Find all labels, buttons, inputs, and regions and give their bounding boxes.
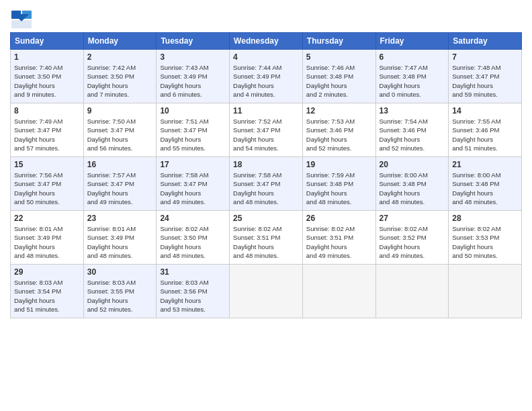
day-info: Sunrise: 7:48 AMSunset: 3:47 PMDaylight … — [452, 63, 518, 99]
logo-icon — [10, 9, 33, 30]
day-number: 3 — [160, 52, 226, 62]
sunset: Sunset: 3:53 PM — [452, 233, 518, 242]
day-info: Sunrise: 7:59 AMSunset: 3:48 PMDaylight … — [306, 171, 372, 206]
calendar-cell: 15Sunrise: 7:56 AMSunset: 3:47 PMDayligh… — [11, 157, 84, 211]
sunrise: Sunrise: 7:58 AM — [160, 171, 226, 179]
calendar-cell: 5Sunrise: 7:46 AMSunset: 3:48 PMDaylight… — [302, 50, 375, 103]
day-info: Sunrise: 7:51 AMSunset: 3:47 PMDaylight … — [160, 117, 226, 152]
day-info: Sunrise: 8:03 AMSunset: 3:54 PMDaylight … — [14, 278, 80, 314]
sunset: Sunset: 3:47 PM — [160, 179, 226, 188]
sunrise: Sunrise: 7:54 AM — [380, 117, 445, 126]
sunrise: Sunrise: 7:53 AM — [306, 117, 372, 126]
sunrise: Sunrise: 8:02 AM — [380, 224, 445, 233]
daylight: Daylight hours — [14, 81, 80, 90]
day-number: 23 — [87, 214, 153, 223]
daylight: Daylight hours — [14, 296, 80, 305]
calendar-header-saturday: Saturday — [449, 33, 522, 50]
daylight: Daylight hours — [306, 242, 372, 251]
day-number: 20 — [380, 160, 445, 169]
day-number: 4 — [233, 52, 299, 62]
daylight: Daylight hours — [452, 189, 518, 197]
daylight: Daylight hours — [14, 135, 80, 144]
calendar-cell — [449, 265, 522, 318]
sunset: Sunset: 3:49 PM — [233, 72, 299, 81]
sunrise: Sunrise: 8:02 AM — [306, 224, 372, 233]
calendar-header-thursday: Thursday — [302, 33, 375, 50]
sunset: Sunset: 3:47 PM — [87, 126, 153, 134]
daylight-and-minutes: and 57 minutes. — [14, 144, 80, 152]
sunset: Sunset: 3:47 PM — [160, 126, 226, 134]
sunrise: Sunrise: 7:58 AM — [233, 171, 299, 179]
sunrise: Sunrise: 8:01 AM — [87, 224, 153, 233]
calendar-cell: 28Sunrise: 8:02 AMSunset: 3:53 PMDayligh… — [449, 211, 522, 265]
calendar-cell: 1Sunrise: 7:40 AMSunset: 3:50 PMDaylight… — [11, 50, 84, 103]
daylight: Daylight hours — [160, 189, 226, 197]
daylight-and-minutes: and 48 minutes. — [306, 197, 372, 206]
daylight: Daylight hours — [306, 135, 372, 144]
daylight-and-minutes: and 49 minutes. — [87, 197, 153, 206]
logo — [10, 9, 36, 30]
daylight: Daylight hours — [14, 189, 80, 197]
sunset: Sunset: 3:52 PM — [380, 233, 445, 242]
day-number: 19 — [306, 160, 372, 169]
sunrise: Sunrise: 7:43 AM — [160, 63, 226, 72]
calendar-table: SundayMondayTuesdayWednesdayThursdayFrid… — [10, 32, 522, 318]
sunrise: Sunrise: 7:47 AM — [380, 63, 445, 72]
week-row-2: 8Sunrise: 7:49 AMSunset: 3:47 PMDaylight… — [11, 103, 522, 157]
day-info: Sunrise: 8:03 AMSunset: 3:56 PMDaylight … — [160, 278, 226, 314]
calendar-cell: 14Sunrise: 7:55 AMSunset: 3:46 PMDayligh… — [449, 103, 522, 157]
week-row-4: 22Sunrise: 8:01 AMSunset: 3:49 PMDayligh… — [11, 211, 522, 265]
calendar-cell: 25Sunrise: 8:02 AMSunset: 3:51 PMDayligh… — [230, 211, 303, 265]
day-info: Sunrise: 8:02 AMSunset: 3:52 PMDaylight … — [380, 224, 445, 260]
sunrise: Sunrise: 8:03 AM — [87, 278, 153, 287]
daylight: Daylight hours — [87, 81, 153, 90]
daylight: Daylight hours — [160, 242, 226, 251]
sunrise: Sunrise: 7:57 AM — [87, 171, 153, 179]
calendar-cell: 3Sunrise: 7:43 AMSunset: 3:49 PMDaylight… — [157, 50, 230, 103]
sunset: Sunset: 3:48 PM — [306, 179, 372, 188]
sunset: Sunset: 3:49 PM — [14, 233, 80, 242]
daylight: Daylight hours — [380, 81, 445, 90]
daylight-and-minutes: and 59 minutes. — [452, 90, 518, 99]
day-number: 12 — [306, 106, 372, 116]
sunset: Sunset: 3:50 PM — [87, 72, 153, 81]
daylight: Daylight hours — [380, 242, 445, 251]
daylight-and-minutes: and 52 minutes. — [380, 144, 445, 152]
calendar-header-tuesday: Tuesday — [157, 33, 230, 50]
daylight-and-minutes: and 50 minutes. — [14, 197, 80, 206]
calendar-cell: 6Sunrise: 7:47 AMSunset: 3:48 PMDaylight… — [375, 50, 449, 103]
day-info: Sunrise: 8:01 AMSunset: 3:49 PMDaylight … — [14, 224, 80, 260]
day-info: Sunrise: 7:46 AMSunset: 3:48 PMDaylight … — [306, 63, 372, 99]
day-number: 7 — [452, 52, 518, 62]
day-number: 31 — [160, 267, 226, 277]
day-number: 13 — [380, 106, 445, 116]
day-number: 27 — [380, 214, 445, 223]
daylight-and-minutes: and 2 minutes. — [306, 90, 372, 99]
calendar-cell: 26Sunrise: 8:02 AMSunset: 3:51 PMDayligh… — [302, 211, 375, 265]
sunset: Sunset: 3:48 PM — [306, 72, 372, 81]
day-info: Sunrise: 7:50 AMSunset: 3:47 PMDaylight … — [87, 117, 153, 152]
day-info: Sunrise: 7:40 AMSunset: 3:50 PMDaylight … — [14, 63, 80, 99]
day-number: 26 — [306, 214, 372, 223]
daylight-and-minutes: and 49 minutes. — [306, 251, 372, 260]
calendar-cell: 23Sunrise: 8:01 AMSunset: 3:49 PMDayligh… — [83, 211, 157, 265]
daylight: Daylight hours — [87, 189, 153, 197]
sunrise: Sunrise: 8:00 AM — [380, 171, 445, 179]
sunrise: Sunrise: 8:02 AM — [233, 224, 299, 233]
calendar-header-row: SundayMondayTuesdayWednesdayThursdayFrid… — [11, 33, 522, 50]
day-info: Sunrise: 7:54 AMSunset: 3:46 PMDaylight … — [380, 117, 445, 152]
calendar-cell: 10Sunrise: 7:51 AMSunset: 3:47 PMDayligh… — [157, 103, 230, 157]
sunset: Sunset: 3:47 PM — [14, 126, 80, 134]
daylight-and-minutes: and 48 minutes. — [233, 251, 299, 260]
sunrise: Sunrise: 7:51 AM — [160, 117, 226, 126]
svg-rect-3 — [11, 20, 32, 28]
sunrise: Sunrise: 8:03 AM — [14, 278, 80, 287]
daylight-and-minutes: and 49 minutes. — [160, 197, 226, 206]
day-number: 28 — [452, 214, 518, 223]
week-row-5: 29Sunrise: 8:03 AMSunset: 3:54 PMDayligh… — [11, 265, 522, 318]
calendar-cell: 18Sunrise: 7:58 AMSunset: 3:47 PMDayligh… — [230, 157, 303, 211]
daylight: Daylight hours — [160, 135, 226, 144]
day-info: Sunrise: 7:49 AMSunset: 3:47 PMDaylight … — [14, 117, 80, 152]
daylight-and-minutes: and 48 minutes. — [87, 251, 153, 260]
daylight-and-minutes: and 48 minutes. — [14, 251, 80, 260]
